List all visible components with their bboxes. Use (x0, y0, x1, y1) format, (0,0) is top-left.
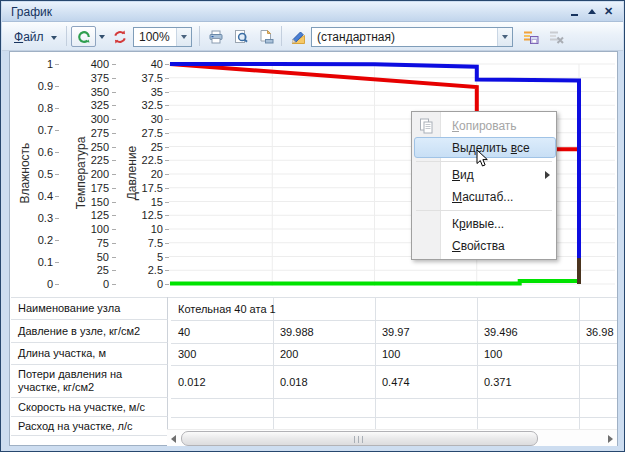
tick-label: 0.1 (13, 256, 53, 268)
tick-label: 25 (69, 264, 109, 276)
tick-mark (165, 92, 169, 93)
tick-label: 32.5 (123, 99, 163, 111)
refresh-button[interactable] (109, 26, 131, 47)
zoom-combobox[interactable]: 100% (133, 27, 192, 47)
tick-mark (112, 243, 116, 244)
close-button[interactable]: ✕ (600, 4, 617, 19)
toolbar-separator (66, 26, 67, 46)
chevron-down-icon (181, 35, 187, 39)
tick-mark (112, 133, 116, 134)
table-column-border (477, 298, 478, 436)
close-icon: ✕ (604, 4, 613, 19)
template-dropdown-button[interactable] (497, 28, 512, 46)
save-template-button[interactable] (519, 26, 543, 47)
arrow-up-icon (588, 9, 596, 14)
delete-template-icon (549, 29, 565, 45)
minimize-button[interactable] (566, 4, 583, 19)
tick-mark (112, 92, 116, 93)
tick-label: 175 (69, 182, 109, 194)
menu-item-label: Выделить все (452, 137, 530, 159)
tick-label: 0 (13, 278, 53, 290)
edit-style-icon (290, 29, 306, 45)
zoom-dropdown-button[interactable] (176, 28, 191, 46)
tick-mark (112, 105, 116, 106)
tick-label: 0.8 (13, 102, 53, 114)
menu-item-label: Копировать (452, 115, 517, 137)
template-combobox[interactable]: (стандартная) (311, 27, 513, 47)
tick-label: 0.6 (13, 146, 53, 158)
table-cell: 300 (178, 343, 196, 365)
sync-dropdown-button[interactable] (97, 26, 107, 47)
menu-item-кривые[interactable]: Кривые... (412, 213, 558, 235)
tick-label: 375 (69, 72, 109, 84)
tick-mark (165, 64, 169, 65)
scrollbar-thumb[interactable] (181, 431, 538, 446)
tick-label: 0.5 (13, 168, 53, 180)
tick-label: 20 (123, 168, 163, 180)
print-icon (208, 29, 224, 45)
tick-label: 400 (69, 58, 109, 70)
copy-icon (419, 118, 435, 134)
tick-mark (165, 202, 169, 203)
tick-label: 40 (123, 58, 163, 70)
tick-mark (55, 218, 59, 219)
print-preview-button[interactable] (229, 26, 253, 47)
tick-mark (165, 105, 169, 106)
tick-mark (112, 78, 116, 79)
tick-label: 350 (69, 86, 109, 98)
menu-item-масштаб[interactable]: Масштаб... (412, 186, 558, 208)
tick-label: 100 (69, 223, 109, 235)
tick-mark (112, 174, 116, 175)
tick-mark (112, 188, 116, 189)
toolbar: Файл 100% (2, 22, 623, 51)
scroll-left-arrow-icon[interactable] (171, 435, 176, 443)
tick-mark (165, 160, 169, 161)
table-row-label: Наименование узла (11, 297, 168, 320)
tick-mark (55, 240, 59, 241)
table-row-label: Потери давления на участке, кг/см2 (11, 365, 168, 398)
tick-label: 75 (69, 237, 109, 249)
tick-mark (55, 284, 59, 285)
tick-label: 30 (123, 113, 163, 125)
tick-label: 17.5 (123, 182, 163, 194)
menu-separator (416, 210, 552, 211)
tick-mark (165, 243, 169, 244)
toolbar-separator (281, 26, 282, 46)
tick-label: 37.5 (123, 72, 163, 84)
tick-label: 275 (69, 127, 109, 139)
file-menu-button[interactable]: Файл (8, 26, 64, 47)
thumb-grip (362, 436, 363, 443)
table-cell: 39.496 (484, 320, 518, 343)
tick-mark (55, 130, 59, 131)
table-cell: 40 (178, 320, 190, 343)
toolbar-separator (199, 26, 200, 46)
page-setup-button[interactable] (254, 26, 278, 47)
menu-item-вид[interactable]: Вид (412, 164, 558, 186)
tick-label: 35 (123, 86, 163, 98)
horizontal-scrollbar[interactable] (167, 429, 617, 446)
table-cell: 100 (484, 343, 502, 365)
tick-label: 50 (69, 251, 109, 263)
menu-item-свойства[interactable]: Свойства (412, 235, 558, 257)
print-button[interactable] (204, 26, 228, 47)
menu-item-копировать: Копировать (412, 115, 558, 137)
table-cell: 0.474 (382, 365, 410, 398)
tick-label: 325 (69, 99, 109, 111)
edit-style-button[interactable] (286, 26, 310, 47)
table-column-border (375, 298, 376, 436)
tick-label: 0.2 (13, 234, 53, 246)
thumb-grip (358, 436, 359, 443)
tick-mark (112, 147, 116, 148)
tick-label: 15 (123, 196, 163, 208)
rollup-button[interactable] (583, 4, 600, 19)
sync-button[interactable] (71, 26, 96, 47)
tick-label: 1 (13, 58, 53, 70)
menu-item-выделитьвсе[interactable]: Выделить все (412, 137, 558, 159)
tick-mark (55, 174, 59, 175)
tick-label: 12.5 (123, 209, 163, 221)
scroll-right-arrow-icon[interactable] (608, 435, 613, 443)
table-cell: Котельная 40 ата 1 (178, 297, 276, 320)
save-template-icon (523, 29, 539, 45)
table-cell: 0.371 (484, 365, 512, 398)
title-bar[interactable]: График ✕ (2, 2, 623, 22)
